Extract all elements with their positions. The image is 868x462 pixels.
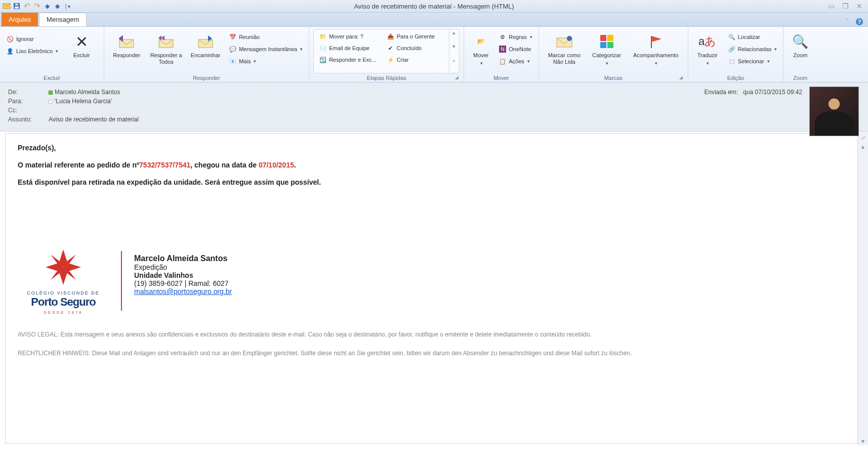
select-label: Selecionar — [738, 58, 764, 64]
outlook-icon — [2, 2, 11, 11]
find-icon: 🔍 — [728, 33, 736, 41]
reply-all-button[interactable]: Responder a Todos — [148, 31, 184, 67]
signature-name: Marcelo Almeida Santos — [134, 254, 232, 263]
move-label: Mover — [473, 52, 489, 59]
meeting-button[interactable]: 📅Reunião — [227, 32, 305, 42]
redo-icon[interactable]: ↷ — [32, 2, 42, 11]
signature-block: COLÉGIO VISCONDE DE Porto Seguro DESDE 1… — [18, 247, 845, 315]
signature-dept: Expedição — [134, 263, 232, 271]
subject-value: Aviso de recebimento de material — [49, 116, 139, 123]
categorize-button[interactable]: Categorizar▾ — [589, 31, 625, 68]
quick-steps-down[interactable]: ▼ — [449, 44, 458, 58]
reply-delete-label: Responder e Exc... — [329, 57, 377, 63]
signature-email[interactable]: malsantos@portoseguro.org.br — [134, 287, 232, 296]
sent-label: Enviada em: — [705, 89, 738, 96]
tab-mensagem[interactable]: Mensagem — [39, 13, 87, 26]
rules-icon: ⚙ — [499, 33, 507, 41]
minimize-button[interactable]: ▭ — [826, 2, 836, 11]
scroll-down-icon[interactable]: ▼ — [859, 437, 867, 445]
marcas-launcher-icon[interactable]: ◢ — [679, 75, 684, 80]
etapas-launcher-icon[interactable]: ◢ — [455, 75, 460, 80]
undo-icon[interactable]: ↶ — [22, 2, 31, 11]
reply-delete-button[interactable]: ↩️Responder e Exc... — [317, 55, 379, 65]
group-etapas: Etapas Rápidas — [367, 75, 406, 81]
more-button[interactable]: 📧Mais▾ — [227, 56, 305, 66]
scroll-up-icon[interactable]: ▲ — [859, 143, 867, 151]
quick-steps-more[interactable]: ≡ — [449, 58, 458, 72]
greeting: Prezado(s), — [18, 144, 56, 152]
actions-button[interactable]: 📋Ações▾ — [497, 56, 534, 66]
zoom-icon: 🔍 — [792, 33, 809, 50]
forward-button[interactable]: Encaminhar — [187, 31, 224, 61]
from-value: Marcelo Almeida Santos — [49, 89, 120, 96]
tab-arquivo[interactable]: Arquivo — [2, 13, 38, 26]
logo-text-bottom: DESDE 1878 — [18, 310, 109, 315]
legal-pt: AVISO LEGAL: Esta mensagem e seus anexos… — [18, 330, 845, 340]
group-excluir: Excluir — [4, 73, 100, 82]
logo: COLÉGIO VISCONDE DE Porto Seguro DESDE 1… — [18, 247, 109, 315]
message-header: De:Marcelo Almeida Santos Para:'Lucia He… — [0, 82, 868, 132]
save-icon[interactable] — [12, 2, 21, 11]
followup-button[interactable]: Acompanhamento▾ — [628, 31, 684, 68]
maximize-button[interactable]: ❐ — [841, 2, 850, 11]
quick-steps-up[interactable]: ▲ — [449, 30, 458, 44]
done-icon: ✔ — [387, 44, 395, 52]
ribbon: 🚫Ignorar 👤Lixo Eletrônico▾ ✕Excluir Excl… — [0, 27, 868, 82]
delete-button[interactable]: ✕Excluir — [63, 31, 100, 61]
delete-label: Excluir — [73, 52, 90, 59]
group-mover: Mover — [468, 73, 534, 82]
reply-button[interactable]: Responder — [108, 31, 145, 61]
im-button[interactable]: 💬Mensagem Instantânea▾ — [227, 44, 305, 54]
help-icon[interactable]: ? — [855, 17, 864, 26]
reply-label: Responder — [113, 52, 140, 59]
move-icon: 📂 — [472, 33, 489, 50]
translate-button[interactable]: aあTraduzir▾ — [692, 31, 723, 68]
legal-de: RECHTLICHER HINWEIS: Diese Mail und Anla… — [18, 349, 845, 358]
prev-item-icon[interactable]: ◆ — [43, 2, 52, 11]
logo-star-icon — [43, 247, 84, 287]
junk-button[interactable]: 👤Lixo Eletrônico▾ — [4, 46, 60, 56]
ignore-button[interactable]: 🚫Ignorar — [4, 34, 60, 44]
ignore-icon: 🚫 — [6, 35, 14, 43]
svg-point-9 — [567, 36, 572, 41]
team-email-button[interactable]: ✉️Email de Equipe — [317, 43, 379, 53]
followup-label: Acompanhamento — [633, 52, 678, 59]
forward-icon — [197, 33, 214, 50]
zoom-button[interactable]: 🔍Zoom — [788, 31, 813, 61]
group-edicao: Edição — [692, 73, 779, 82]
done-button[interactable]: ✔Concluído — [385, 43, 446, 53]
onenote-button[interactable]: NOneNote — [497, 44, 534, 54]
to-manager-button[interactable]: 📤Para o Gerente — [385, 31, 446, 41]
mark-unread-label: Marcar como Não Lida — [544, 52, 585, 65]
svg-text:?: ? — [858, 19, 861, 25]
svg-rect-13 — [607, 42, 613, 48]
body-line-2: Está disponível para retirada na expediç… — [18, 178, 321, 186]
expand-icon[interactable]: ⤢ — [859, 134, 867, 142]
quick-access-toolbar: ↶ ↷ ◆ ◆ │▾ — [0, 2, 74, 11]
from-label: De: — [8, 89, 49, 96]
translate-icon: aあ — [699, 33, 716, 50]
junk-icon: 👤 — [6, 47, 14, 55]
move-to-button[interactable]: 📁Mover para: ? — [317, 31, 379, 41]
done-label: Concluído — [397, 45, 422, 51]
group-marcas: Marcas — [604, 75, 623, 81]
junk-label: Lixo Eletrônico — [16, 48, 53, 54]
next-item-icon[interactable]: ◆ — [53, 2, 62, 11]
qat-customize-icon[interactable]: │▾ — [63, 2, 72, 11]
body-line-1: O material referente ao pedido de nº7532… — [18, 161, 845, 169]
logo-text-main: Porto Seguro — [18, 296, 109, 309]
forward-label: Encaminhar — [191, 52, 221, 59]
find-button[interactable]: 🔍Localizar — [726, 32, 779, 42]
svg-text:N: N — [501, 47, 505, 52]
move-button[interactable]: 📂Mover▾ — [468, 31, 493, 68]
rules-button[interactable]: ⚙Regras▾ — [497, 32, 534, 42]
select-button[interactable]: ⬚Selecionar▾ — [726, 56, 779, 66]
ribbon-collapse-icon[interactable]: ˇ — [843, 17, 852, 26]
related-button[interactable]: 🔗Relacionadas▾ — [726, 44, 779, 54]
im-icon: 💬 — [229, 45, 237, 53]
mark-unread-button[interactable]: Marcar como Não Lida — [543, 31, 586, 67]
close-button[interactable]: ✕ — [855, 2, 864, 11]
create-button[interactable]: ⚡Criar — [385, 55, 446, 65]
create-icon: ⚡ — [387, 56, 395, 64]
ignore-label: Ignorar — [16, 36, 34, 42]
